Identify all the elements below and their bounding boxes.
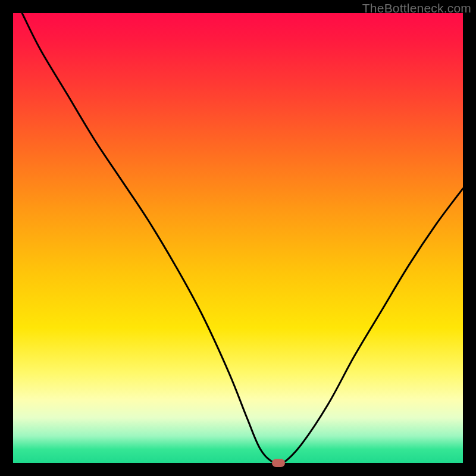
bottleneck-curve [13,13,463,463]
chart-frame: TheBottleneck.com [0,0,476,476]
watermark-text: TheBottleneck.com [362,1,471,15]
optimal-point-marker [272,459,285,467]
chart-plot-area [13,13,463,463]
